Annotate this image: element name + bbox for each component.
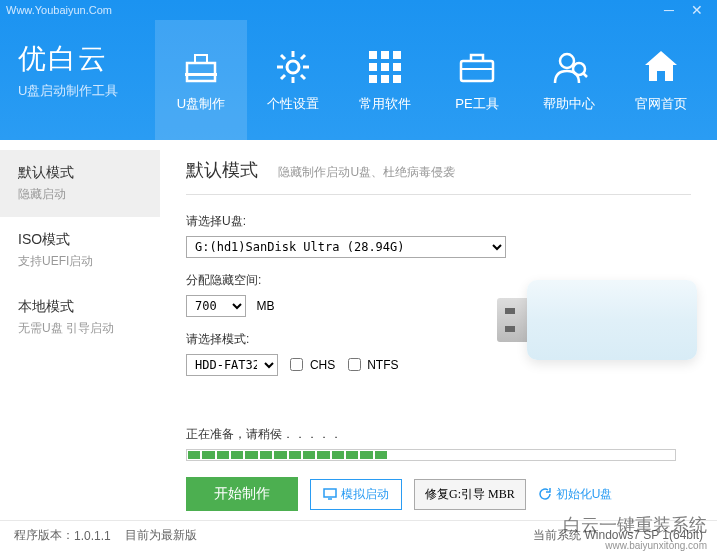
app-title: 优白云 [18, 40, 155, 78]
page-subtitle: 隐藏制作启动U盘、杜绝病毒侵袭 [278, 165, 455, 179]
toolbox-icon [457, 47, 497, 87]
sidebar-title: 本地模式 [18, 298, 142, 316]
svg-rect-20 [393, 75, 401, 83]
page-title: 默认模式 [186, 158, 258, 182]
refresh-icon [538, 487, 552, 501]
version-value: 1.0.1.1 [74, 529, 111, 543]
nav-help[interactable]: 帮助中心 [523, 20, 615, 140]
nav-usb-creation[interactable]: U盘制作 [155, 20, 247, 140]
ntfs-checkbox[interactable] [348, 358, 361, 371]
space-unit: MB [256, 299, 274, 313]
svg-point-3 [287, 61, 299, 73]
support-icon [549, 47, 589, 87]
svg-line-11 [281, 75, 285, 79]
nav-personalize[interactable]: 个性设置 [247, 20, 339, 140]
nav-homepage[interactable]: 官网首页 [615, 20, 707, 140]
repair-button[interactable]: 修复G:引导 MBR [414, 479, 526, 510]
svg-line-9 [301, 75, 305, 79]
close-button[interactable]: ✕ [683, 1, 711, 19]
sidebar-sub: 无需U盘 引导启动 [18, 320, 142, 337]
progress-label: 正在准备，请稍侯．．．．． [186, 426, 691, 443]
svg-line-8 [281, 55, 285, 59]
divider [186, 194, 691, 195]
ntfs-label: NTFS [367, 358, 398, 372]
sidebar-local-mode[interactable]: 本地模式 无需U盘 引导启动 [0, 284, 160, 351]
mode-select[interactable]: HDD-FAT32 [186, 354, 278, 376]
os-info: 当前系统 Windows7 SP 1(64bit) [533, 527, 703, 544]
disk-label: 请选择U盘: [186, 213, 691, 230]
simulate-button[interactable]: 模拟启动 [310, 479, 402, 510]
svg-rect-16 [381, 63, 389, 71]
chs-label: CHS [310, 358, 335, 372]
nav-label: 个性设置 [267, 95, 319, 113]
version-label: 程序版本： [14, 527, 74, 544]
usb-icon [181, 47, 221, 87]
nav-label: 常用软件 [359, 95, 411, 113]
space-select[interactable]: 700 [186, 295, 246, 317]
nav-pe-tools[interactable]: PE工具 [431, 20, 523, 140]
nav-label: U盘制作 [177, 95, 225, 113]
sidebar-title: 默认模式 [18, 164, 142, 182]
svg-rect-26 [324, 489, 336, 497]
monitor-icon [323, 488, 337, 500]
app-logo: 优白云 U盘启动制作工具 [0, 20, 155, 140]
svg-rect-12 [369, 51, 377, 59]
grid-icon [365, 47, 405, 87]
nav-software[interactable]: 常用软件 [339, 20, 431, 140]
minimize-button[interactable]: ─ [655, 1, 683, 19]
svg-rect-19 [381, 75, 389, 83]
version-note: 目前为最新版 [125, 527, 197, 544]
home-icon [641, 47, 681, 87]
svg-rect-0 [187, 63, 215, 81]
sidebar-sub: 支持UEFI启动 [18, 253, 142, 270]
svg-line-10 [301, 55, 305, 59]
sidebar-iso-mode[interactable]: ISO模式 支持UEFI启动 [0, 217, 160, 284]
svg-rect-18 [369, 75, 377, 83]
status-bar: 程序版本： 1.0.1.1 目前为最新版 当前系统 Windows7 SP 1(… [0, 520, 717, 550]
svg-rect-17 [393, 63, 401, 71]
svg-point-23 [560, 54, 574, 68]
svg-rect-2 [185, 73, 217, 76]
site-url: Www.Youbaiyun.Com [6, 4, 655, 16]
svg-rect-14 [393, 51, 401, 59]
chs-checkbox[interactable] [290, 358, 303, 371]
sidebar-sub: 隐藏启动 [18, 186, 142, 203]
sidebar-title: ISO模式 [18, 231, 142, 249]
svg-rect-15 [369, 63, 377, 71]
svg-rect-21 [461, 61, 493, 81]
nav-label: PE工具 [455, 95, 498, 113]
svg-line-25 [583, 73, 587, 77]
disk-select[interactable]: G:(hd1)SanDisk Ultra (28.94G) [186, 236, 506, 258]
progress-bar [186, 449, 676, 461]
app-subtitle: U盘启动制作工具 [18, 82, 155, 100]
sidebar-default-mode[interactable]: 默认模式 隐藏启动 [0, 150, 160, 217]
svg-rect-13 [381, 51, 389, 59]
nav-label: 帮助中心 [543, 95, 595, 113]
init-link[interactable]: 初始化U盘 [538, 486, 613, 503]
nav-label: 官网首页 [635, 95, 687, 113]
usb-illustration [497, 260, 697, 380]
start-button[interactable]: 开始制作 [186, 477, 298, 511]
gear-icon [273, 47, 313, 87]
